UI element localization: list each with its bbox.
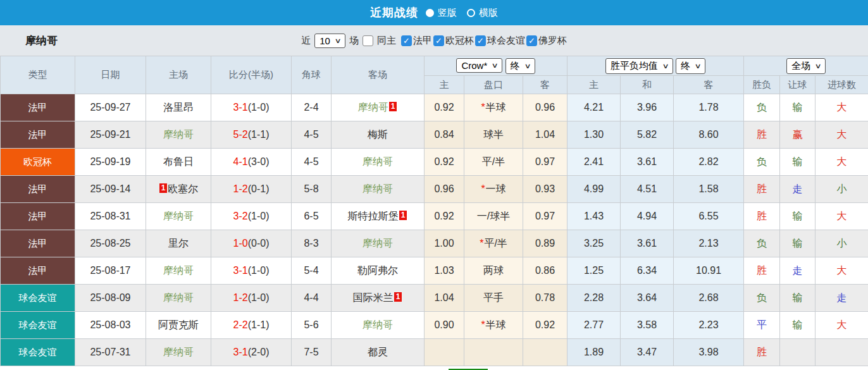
euro-away-odds: 2.68 <box>674 285 744 312</box>
full-score[interactable]: 5-2 <box>233 129 248 140</box>
asia-away-odds: 0.78 <box>523 285 567 312</box>
away-cell: 国际米兰1 <box>332 285 425 312</box>
competition-checkbox[interactable]: ✓ <box>401 35 412 46</box>
away-cell: 摩纳哥 <box>332 312 425 339</box>
match-date: 25-09-19 <box>75 149 146 176</box>
euro-source-select[interactable]: 胜平负均值∨ <box>605 58 673 74</box>
layout-radio-1[interactable]: 横版 <box>467 7 498 19</box>
match-type-badge: 球会友谊 <box>1 285 75 312</box>
asia-time-select[interactable]: 终∨ <box>505 58 535 74</box>
match-rows: 法甲25-09-27洛里昂3-1(1-0)2-4摩纳哥10.92*半球0.964… <box>1 94 868 366</box>
full-score[interactable]: 3-1 <box>233 265 248 276</box>
full-score[interactable]: 4-1 <box>233 156 248 167</box>
goals-result-cell: 小 <box>815 176 868 203</box>
competition-filter-2: ✓球会友谊 <box>475 35 525 47</box>
home-team-name: 摩纳哥 <box>163 265 194 276</box>
col-header-date: 日期 <box>75 56 146 94</box>
euro-away-odds: 1.78 <box>674 94 744 121</box>
handicap-result-cell: 输 <box>780 312 815 339</box>
score-cell: 5-2(1-1) <box>211 121 292 149</box>
goals-result-cell: 大 <box>815 257 868 285</box>
layout-radio-group: 竖版横版 <box>423 7 498 19</box>
handicap-result-cell: 赢 <box>780 121 815 149</box>
match-date: 25-09-21 <box>75 121 146 149</box>
card-badge: 1 <box>159 183 168 193</box>
result-cell: 胜 <box>744 339 780 366</box>
euro-draw-odds: 3.61 <box>621 149 674 176</box>
full-score[interactable]: 3-1 <box>233 102 248 113</box>
star-marker: * <box>480 238 483 249</box>
competition-label: 法甲 <box>413 35 432 47</box>
away-cell: 都灵 <box>332 339 425 366</box>
match-type-badge: 法甲 <box>1 121 75 149</box>
col-header-corner: 角球 <box>292 56 332 94</box>
handicap-result-cell: 走 <box>780 257 815 285</box>
euro-home-odds: 2.28 <box>567 285 621 312</box>
asia-home-odds: 0.92 <box>425 149 464 176</box>
sub-header-result: 胜负 <box>744 76 780 94</box>
chevron-down-icon: ∨ <box>524 62 531 70</box>
home-team-name: 摩纳哥 <box>163 347 194 357</box>
games-label: 场 <box>349 35 359 47</box>
sub-header-goal-count: 进球数 <box>815 76 868 94</box>
handicap-line: 球半 <box>464 121 523 149</box>
asia-source-select[interactable]: Crow*∨ <box>456 58 502 73</box>
match-count-select[interactable]: 10∨ <box>314 34 345 48</box>
full-score[interactable]: 1-2 <box>233 292 248 303</box>
full-score[interactable]: 3-2 <box>233 211 248 221</box>
asia-home-odds: 0.90 <box>425 312 464 339</box>
corner-count: 2-4 <box>292 94 332 121</box>
competition-checkbox[interactable]: ✓ <box>475 35 486 46</box>
home-cell: 洛里昂 <box>146 94 211 121</box>
home-cell: 1欧塞尔 <box>146 176 211 203</box>
table-row: 法甲25-08-31摩纳哥3-2(1-0)6-5斯特拉斯堡10.92一/球半0.… <box>1 203 868 230</box>
handicap-line <box>464 339 523 366</box>
full-score[interactable]: 3-1 <box>233 347 248 357</box>
euro-home-odds: 1.89 <box>567 339 621 366</box>
chevron-down-icon: ∨ <box>814 62 821 70</box>
handicap-line: *一球 <box>464 176 523 203</box>
match-date: 25-08-31 <box>75 203 146 230</box>
result-cell: 胜 <box>744 203 780 230</box>
corner-count: 8-3 <box>292 230 332 257</box>
result-cell: 负 <box>744 230 780 257</box>
goals-result-cell: 大 <box>815 312 868 339</box>
euro-time-select[interactable]: 终∨ <box>676 58 705 74</box>
euro-away-odds: 2.13 <box>674 230 744 257</box>
titlebar: 近期战绩 竖版横版 <box>0 0 868 25</box>
handicap-line: *半球 <box>464 94 523 121</box>
full-score[interactable]: 1-2 <box>233 183 248 194</box>
match-type-badge: 球会友谊 <box>1 312 75 339</box>
euro-draw-odds: 6.34 <box>621 257 674 285</box>
competition-checkbox[interactable]: ✓ <box>433 35 444 46</box>
euro-draw-odds: 4.94 <box>621 203 674 230</box>
handicap-line: 平/半 <box>464 149 523 176</box>
asia-away-odds: 0.97 <box>523 149 567 176</box>
home-cell: 摩纳哥 <box>146 257 211 285</box>
handicap-result-cell: 走 <box>780 176 815 203</box>
away-cell: 摩纳哥 <box>332 230 425 257</box>
match-type-badge: 法甲 <box>1 203 75 230</box>
page-title: 近期战绩 <box>370 5 418 20</box>
layout-radio-0[interactable]: 竖版 <box>426 7 457 19</box>
euro-away-odds: 2.23 <box>674 312 744 339</box>
scope-select[interactable]: 全场∨ <box>786 58 826 74</box>
col-header-home: 主场 <box>146 56 211 94</box>
result-group-header: 全场∨ <box>744 56 868 76</box>
handicap-result-cell <box>780 339 815 366</box>
same-home-checkbox[interactable]: ✓ <box>363 35 373 46</box>
competition-checkbox[interactable]: ✓ <box>526 35 537 46</box>
full-score[interactable]: 2-2 <box>233 319 248 330</box>
filter-controls: 近 10∨ 场 ✓ 同主 ✓法甲✓欧冠杯✓球会友谊✓佛罗杯 <box>301 34 567 48</box>
col-header-type: 类型 <box>1 56 75 94</box>
corner-count: 4-5 <box>292 121 332 149</box>
match-count-value: 10 <box>319 35 330 46</box>
chevron-down-icon: ∨ <box>492 61 499 70</box>
score-cell: 3-1(1-0) <box>211 94 292 121</box>
corner-count: 7-5 <box>292 339 332 366</box>
match-date: 25-08-25 <box>75 230 146 257</box>
card-badge: 1 <box>389 102 397 111</box>
match-type-badge: 法甲 <box>1 257 75 285</box>
half-score: (0-0) <box>248 238 270 249</box>
full-score[interactable]: 1-0 <box>233 238 248 249</box>
